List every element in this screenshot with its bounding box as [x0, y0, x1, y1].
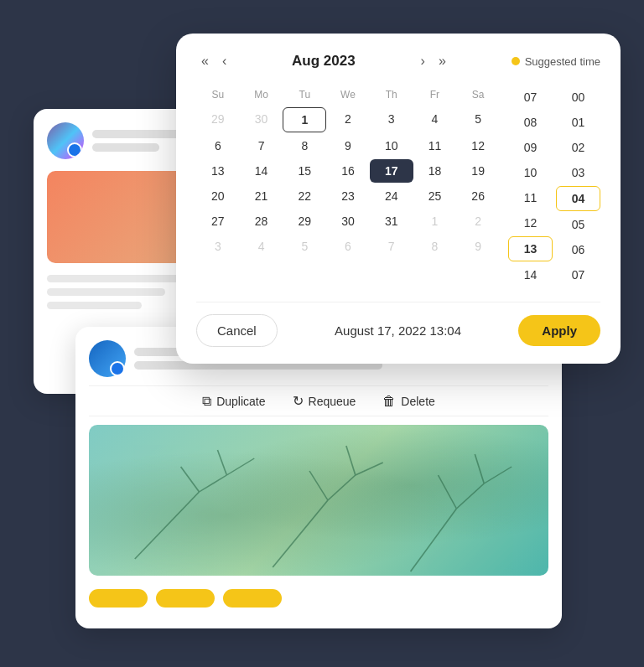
dow-we: We [326, 85, 370, 104]
calendar-day[interactable]: 21 [240, 184, 283, 208]
calendar-day[interactable]: 4 [240, 235, 283, 258]
calendar-day[interactable]: 3 [370, 107, 413, 132]
requeue-icon: ↻ [293, 393, 304, 409]
time-picker: 0708091011121314 0001020304050607 [508, 85, 600, 287]
calendar-day[interactable]: 17 [370, 159, 413, 183]
duplicate-action[interactable]: ⧉ Duplicate [202, 394, 265, 409]
svg-line-12 [456, 483, 484, 509]
calendar-footer: Cancel August 17, 2022 13:04 Apply [196, 302, 600, 347]
svg-line-0 [135, 492, 200, 559]
calendar-day[interactable]: 8 [283, 134, 326, 158]
calendar-day[interactable]: 9 [326, 134, 370, 158]
next-year-button[interactable]: » [434, 50, 451, 72]
calendar-day[interactable]: 26 [456, 184, 500, 208]
calendar-header: « ‹ Aug 2023 › » Suggested time [196, 50, 600, 72]
calendar-day[interactable]: 20 [196, 184, 240, 208]
calendar-day[interactable]: 2 [326, 107, 370, 132]
prev-year-button[interactable]: « [196, 50, 214, 72]
green-image-block [89, 425, 548, 576]
calendar-grid-section: Su Mo Tu We Th Fr Sa 2930123456789101112… [196, 85, 500, 287]
minute-cell[interactable]: 05 [556, 213, 600, 236]
calendar-day[interactable]: 12 [456, 134, 500, 158]
calendar-day[interactable]: 7 [370, 235, 413, 258]
calendar-day[interactable]: 24 [370, 184, 413, 208]
calendar-day[interactable]: 30 [240, 107, 283, 132]
background-card-2: ⧉ Duplicate ↻ Requeue 🗑 Delete [75, 327, 562, 628]
yellow-tag-1 [89, 589, 148, 608]
calendar-day[interactable]: 3 [196, 235, 240, 258]
hour-cell[interactable]: 13 [508, 236, 553, 261]
calendar-day[interactable]: 6 [196, 134, 240, 158]
apply-button[interactable]: Apply [518, 315, 600, 346]
hour-cell[interactable]: 08 [508, 111, 553, 134]
calendar-day[interactable]: 14 [240, 159, 283, 183]
calendar-title: Aug 2023 [292, 53, 356, 70]
calendar-day[interactable]: 27 [196, 209, 240, 233]
cancel-button[interactable]: Cancel [196, 314, 278, 347]
calendar-day[interactable]: 16 [326, 159, 370, 183]
calendar-day[interactable]: 6 [326, 235, 370, 258]
calendar-day[interactable]: 11 [413, 134, 457, 158]
calendar-day[interactable]: 1 [413, 209, 457, 233]
suggested-time-label: Suggested time [525, 55, 600, 68]
dow-th: Th [370, 85, 413, 104]
calendar-day[interactable]: 5 [283, 235, 326, 258]
calendar-day[interactable]: 10 [370, 134, 413, 158]
calendar-nav-left: « ‹ [196, 50, 231, 72]
action-bar: ⧉ Duplicate ↻ Requeue 🗑 Delete [89, 385, 548, 416]
minute-cell[interactable]: 01 [556, 111, 600, 134]
svg-line-8 [346, 446, 356, 475]
suggested-time: Suggested time [512, 55, 600, 68]
calendar-day[interactable]: 8 [413, 235, 457, 258]
hour-cell[interactable]: 12 [508, 211, 553, 235]
next-month-button[interactable]: › [416, 50, 430, 72]
svg-line-1 [181, 467, 200, 492]
calendar-day[interactable]: 29 [196, 107, 240, 132]
svg-line-7 [328, 475, 356, 500]
hour-cell[interactable]: 14 [508, 263, 553, 287]
calendar-day[interactable]: 30 [326, 209, 370, 233]
hour-cell[interactable]: 07 [508, 85, 553, 109]
svg-line-4 [226, 458, 254, 475]
svg-line-6 [309, 471, 328, 500]
calendar-day[interactable]: 2 [456, 209, 500, 233]
duplicate-label: Duplicate [216, 395, 265, 408]
yellow-tag-2 [156, 589, 215, 608]
hour-cell[interactable]: 11 [508, 186, 553, 209]
gray-line [47, 302, 142, 309]
delete-action[interactable]: 🗑 Delete [382, 394, 434, 409]
requeue-action[interactable]: ↻ Requeue [293, 393, 356, 409]
minute-cell[interactable]: 02 [556, 136, 600, 159]
calendar-day[interactable]: 29 [283, 209, 326, 233]
dow-fr: Fr [413, 85, 457, 104]
minute-cell[interactable]: 07 [556, 263, 600, 287]
minutes-column: 0001020304050607 [556, 85, 600, 287]
gray-line [47, 275, 189, 282]
calendar-day[interactable]: 25 [413, 184, 457, 208]
calendar-day[interactable]: 23 [326, 184, 370, 208]
minute-cell[interactable]: 00 [556, 85, 600, 109]
calendar-day[interactable]: 9 [456, 235, 500, 258]
prev-month-button[interactable]: ‹ [217, 50, 231, 72]
calendar-day[interactable]: 28 [240, 209, 283, 233]
svg-line-9 [356, 463, 383, 475]
minute-cell[interactable]: 03 [556, 161, 600, 184]
minute-cell[interactable]: 06 [556, 238, 600, 261]
hour-cell[interactable]: 10 [508, 161, 553, 184]
calendar-day[interactable]: 19 [456, 159, 500, 183]
delete-label: Delete [401, 395, 434, 408]
calendar-day[interactable]: 5 [456, 107, 500, 132]
avatar-purple [47, 122, 84, 159]
calendar-day[interactable]: 31 [370, 209, 413, 233]
calendar-day[interactable]: 13 [196, 159, 240, 183]
calendar-day[interactable]: 18 [413, 159, 457, 183]
minute-cell[interactable]: 04 [556, 186, 600, 211]
calendar-day[interactable]: 4 [413, 107, 457, 132]
calendar-day[interactable]: 7 [240, 134, 283, 158]
text-line [92, 143, 159, 152]
hour-cell[interactable]: 09 [508, 136, 553, 159]
date-display: August 17, 2022 13:04 [335, 323, 461, 338]
calendar-day[interactable]: 22 [283, 184, 326, 208]
calendar-day[interactable]: 15 [283, 159, 326, 183]
calendar-day[interactable]: 1 [283, 107, 326, 132]
